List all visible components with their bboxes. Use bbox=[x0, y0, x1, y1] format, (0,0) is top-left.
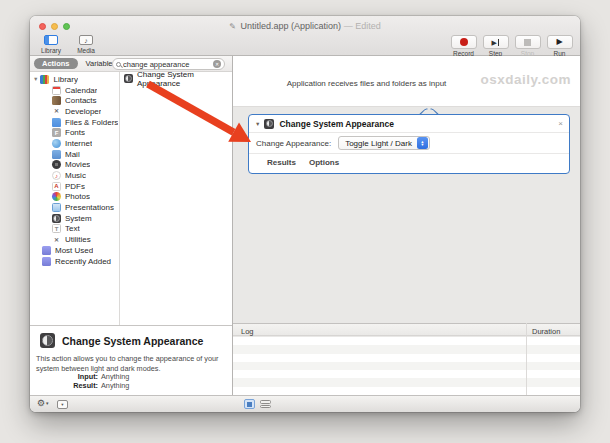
log-row bbox=[233, 354, 580, 362]
disclosure-triangle-icon[interactable]: ▼ bbox=[33, 76, 38, 82]
sidebar-item-calendar[interactable]: Calendar bbox=[30, 85, 119, 96]
presentations-icon bbox=[52, 203, 61, 212]
log-row bbox=[233, 387, 580, 395]
sidebar-item-contacts[interactable]: Contacts bbox=[30, 95, 119, 106]
sidebar-item-system[interactable]: System bbox=[30, 213, 119, 224]
input-field-row: Input: Anything bbox=[30, 372, 232, 381]
sidebar-item-internet[interactable]: Internet bbox=[30, 138, 119, 149]
tab-actions[interactable]: Actions bbox=[34, 58, 78, 69]
contrast-icon bbox=[124, 74, 133, 83]
minimize-window-button[interactable] bbox=[51, 23, 58, 30]
log-body bbox=[233, 337, 580, 395]
log-column-divider bbox=[526, 323, 527, 395]
window-title: ✎ Untitled.app (Application) — Edited bbox=[30, 16, 580, 31]
pdfs-icon: A bbox=[52, 182, 61, 191]
inspector-title: Change System Appearance bbox=[62, 335, 203, 347]
sidebar-item-music[interactable]: ♪Music bbox=[30, 170, 119, 181]
library-tree: ▼LibraryCalendarContacts✕DeveloperFiles … bbox=[30, 72, 119, 266]
music-icon: ♪ bbox=[52, 171, 61, 180]
sidebar-item-label: Recently Added bbox=[55, 257, 111, 266]
disclosure-triangle-icon[interactable]: ▼ bbox=[255, 121, 260, 127]
sidebar-item-most-used[interactable]: Most Used bbox=[30, 245, 119, 256]
sidebar-item-pdfs[interactable]: APDFs bbox=[30, 181, 119, 192]
sidebar-item-label: Most Used bbox=[55, 246, 93, 255]
inspector-description: This action allows you to change the app… bbox=[36, 354, 228, 374]
log-row bbox=[233, 378, 580, 386]
popup-selected-value: Toggle Light / Dark bbox=[345, 139, 412, 148]
document-proxy-icon: ✎ bbox=[229, 22, 236, 31]
sidebar-item-files-folders[interactable]: Files & Folders bbox=[30, 117, 119, 128]
action-header[interactable]: ▼ Change System Appearance × bbox=[249, 115, 569, 133]
zoom-window-button[interactable] bbox=[63, 23, 70, 30]
library-sidebar-icon bbox=[44, 35, 58, 45]
developer-icon: ✕ bbox=[52, 107, 61, 116]
variables-panel-toggle-button[interactable]: ▾ bbox=[57, 400, 68, 409]
library-column: ▼LibraryCalendarContacts✕DeveloperFiles … bbox=[30, 72, 120, 325]
media-toolbar-button[interactable]: ♪ Media bbox=[72, 35, 100, 54]
sidebar-item-library[interactable]: ▼Library bbox=[30, 74, 119, 85]
record-icon bbox=[460, 38, 468, 46]
utilities-icon: ✕ bbox=[52, 235, 61, 244]
workflow-pane: Application receives files and folders a… bbox=[232, 56, 580, 395]
workflow-input-bar: Application receives files and folders a… bbox=[233, 56, 580, 107]
search-result-label: Change System Appearance bbox=[137, 70, 232, 88]
change-system-appearance-icon bbox=[40, 333, 55, 348]
media-note-icon: ♪ bbox=[79, 35, 93, 45]
search-result-item[interactable]: Change System Appearance bbox=[120, 72, 232, 85]
internet-icon bbox=[52, 139, 61, 148]
run-icon: ▶ bbox=[556, 38, 562, 46]
record-button[interactable]: Record bbox=[450, 35, 477, 57]
sidebar-item-label: System bbox=[65, 214, 92, 223]
action-description-panel: Change System Appearance This action all… bbox=[30, 325, 232, 395]
sidebar-item-text[interactable]: TText bbox=[30, 224, 119, 235]
sidebar-item-label: Music bbox=[65, 171, 86, 180]
results-button[interactable]: Results bbox=[267, 158, 296, 167]
sidebar-item-label: Mail bbox=[65, 150, 80, 159]
sidebar-item-movies[interactable]: Movies bbox=[30, 160, 119, 171]
sidebar-item-recently-added[interactable]: Recently Added bbox=[30, 256, 119, 267]
library-icon bbox=[40, 75, 49, 84]
sidebar-item-label: Text bbox=[65, 224, 80, 233]
step-button[interactable]: ▶ Step bbox=[482, 35, 509, 57]
text-icon: T bbox=[52, 224, 61, 233]
appearance-popup-button[interactable]: Toggle Light / Dark ▴▾ bbox=[338, 136, 430, 150]
close-window-button[interactable] bbox=[39, 23, 46, 30]
window-chrome: ✎ Untitled.app (Application) — Edited Li… bbox=[30, 16, 580, 56]
run-button[interactable]: ▶ Run bbox=[546, 35, 573, 57]
close-action-icon[interactable]: × bbox=[558, 119, 563, 128]
calendar-icon bbox=[52, 86, 61, 95]
search-field[interactable]: ✕ bbox=[112, 58, 225, 70]
sidebar-item-label: Developer bbox=[65, 107, 101, 116]
log-row bbox=[233, 337, 580, 345]
window-title-text: Untitled.app (Application) bbox=[241, 21, 342, 31]
sidebar-item-presentations[interactable]: Presentations bbox=[30, 202, 119, 213]
options-button[interactable]: Options bbox=[309, 158, 339, 167]
fonts-icon: F bbox=[52, 128, 61, 137]
watermark: osxdaily.com bbox=[480, 72, 571, 87]
sidebar-item-label: Library bbox=[53, 75, 77, 84]
sidebar-item-label: Presentations bbox=[65, 203, 114, 212]
step-icon: ▶ bbox=[492, 39, 500, 46]
log-row bbox=[233, 362, 580, 370]
stop-icon bbox=[524, 39, 531, 46]
popup-stepper-icon: ▴▾ bbox=[417, 137, 428, 149]
log-view-toggle-button[interactable] bbox=[244, 399, 255, 409]
search-icon bbox=[116, 62, 121, 67]
sidebar-item-mail[interactable]: Mail bbox=[30, 149, 119, 160]
change-system-appearance-icon bbox=[264, 119, 274, 129]
action-block-change-system-appearance: ▼ Change System Appearance × Change Appe… bbox=[248, 114, 570, 174]
gear-menu-button[interactable]: ⚙ ▾ bbox=[37, 398, 49, 408]
sidebar-item-utilities[interactable]: ✕Utilities bbox=[30, 234, 119, 245]
clear-search-icon[interactable]: ✕ bbox=[213, 60, 221, 68]
sidebar-item-label: Photos bbox=[65, 192, 90, 201]
sidebar-item-label: Files & Folders bbox=[65, 118, 118, 127]
split-view-toggle-button[interactable] bbox=[260, 399, 271, 409]
stop-button: Stop bbox=[514, 35, 541, 57]
log-column-header: Log bbox=[241, 327, 254, 336]
library-toolbar-button[interactable]: Library bbox=[37, 35, 65, 54]
search-input[interactable] bbox=[123, 60, 213, 69]
sidebar-item-developer[interactable]: ✕Developer bbox=[30, 106, 119, 117]
sidebar-item-fonts[interactable]: FFonts bbox=[30, 127, 119, 138]
sidebar-item-photos[interactable]: Photos bbox=[30, 192, 119, 203]
movies-icon bbox=[52, 160, 61, 169]
